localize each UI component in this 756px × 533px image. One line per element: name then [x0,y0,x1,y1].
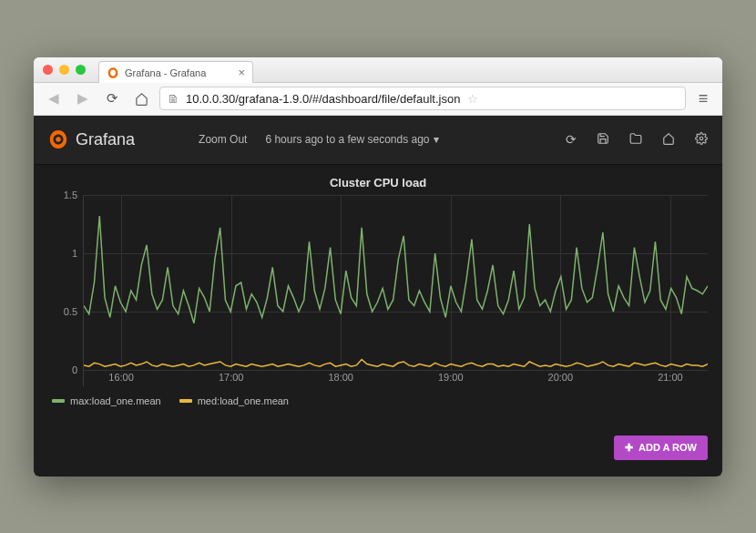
x-tick-label: 20:00 [548,372,574,383]
window-titlebar: Grafana - Grafana × [34,57,722,83]
bookmark-star-icon[interactable]: ☆ [467,92,478,106]
brand-name: Grafana [76,130,135,149]
header-actions: ⟳ [566,132,708,148]
save-icon[interactable] [597,132,609,148]
legend-label: med:load_one.mean [198,395,289,406]
x-tick-label: 19:00 [438,372,464,383]
gridline-h [84,370,708,371]
x-axis: 16:0017:0018:0019:0020:0021:00 [84,372,708,386]
traffic-lights [43,65,86,75]
x-tick-label: 18:00 [328,372,353,383]
add-row-label: ADD A ROW [639,442,697,453]
zoom-window-button[interactable] [76,65,86,75]
home-button[interactable] [130,87,152,109]
minimize-window-button[interactable] [59,65,69,75]
legend-item[interactable]: max:load_one.mean [52,395,161,406]
legend: max:load_one.meanmed:load_one.mean [48,386,708,410]
gear-icon[interactable] [695,132,708,148]
y-axis: 00.511.5 [48,195,83,386]
browser-menu-icon[interactable]: ≡ [693,89,713,108]
x-tick-label: 17:00 [219,372,244,383]
series-line [84,359,708,366]
refresh-icon[interactable]: ⟳ [566,132,577,148]
grafana-app: Grafana Zoom Out 6 hours ago to a few se… [34,116,722,477]
page-icon: 🗎 [168,92,180,106]
series-line [84,216,708,323]
address-bar[interactable]: 🗎 10.0.0.30/grafana-1.9.0/#/dashboard/fi… [159,87,686,110]
timerange-label: 6 hours ago to a few seconds ago [265,133,429,146]
plot-area: 16:0017:0018:0019:0020:0021:00 [83,195,708,386]
panel-title: Cluster CPU load [48,176,708,190]
close-window-button[interactable] [43,65,53,75]
forward-button[interactable]: ▶ [72,87,94,109]
add-row-button[interactable]: ✚ ADD A ROW [614,436,708,460]
legend-item[interactable]: med:load_one.mean [179,395,289,406]
browser-tab[interactable]: Grafana - Grafana × [98,61,253,83]
legend-swatch [179,399,192,403]
folder-open-icon[interactable] [629,132,642,148]
browser-toolbar: ◀ ▶ ⟳ 🗎 10.0.0.30/grafana-1.9.0/#/dashbo… [34,83,722,116]
legend-swatch [52,399,65,403]
x-tick-label: 21:00 [658,372,683,383]
y-tick-label: 1 [72,248,77,259]
zoom-out-link[interactable]: Zoom Out [199,133,247,146]
legend-label: max:load_one.mean [70,395,161,406]
app-header: Grafana Zoom Out 6 hours ago to a few se… [34,116,722,165]
x-tick-label: 16:00 [108,372,134,383]
close-tab-icon[interactable]: × [238,66,245,79]
reload-button[interactable]: ⟳ [101,87,123,109]
y-tick-label: 0 [72,364,77,375]
y-tick-label: 1.5 [64,190,77,200]
chart-panel: Cluster CPU load 00.511.5 16:0017:0018:0… [34,165,722,425]
svg-point-0 [700,137,703,140]
y-tick-label: 0.5 [64,306,77,317]
browser-window: Grafana - Grafana × ◀ ▶ ⟳ 🗎 10.0.0.30/gr… [34,57,722,477]
back-button[interactable]: ◀ [43,87,65,109]
url-text: 10.0.0.30/grafana-1.9.0/#/dashboard/file… [186,92,460,106]
brand[interactable]: Grafana [48,129,135,149]
timerange-picker[interactable]: 6 hours ago to a few seconds ago ▾ [265,133,438,146]
chart-area[interactable]: 00.511.5 16:0017:0018:0019:0020:0021:00 [48,195,708,386]
grafana-favicon [107,67,119,79]
home-icon[interactable] [662,132,675,148]
panel-footer: ✚ ADD A ROW [34,425,722,477]
grafana-logo-icon [48,129,68,149]
caret-down-icon: ▾ [434,133,439,146]
tab-title: Grafana - Grafana [125,67,206,78]
plus-icon: ✚ [625,442,633,454]
